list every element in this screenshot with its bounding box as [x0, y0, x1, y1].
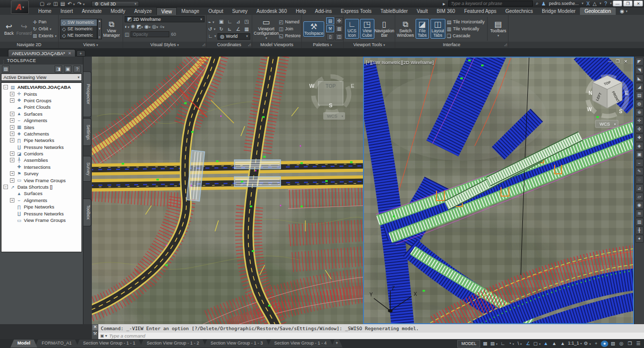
ribbon-tab-annotate[interactable]: Annotate: [77, 7, 106, 15]
redo-icon[interactable]: ↷ ▾: [77, 0, 85, 7]
layout-tab-section-view-group-1-1[interactable]: Section View Group - 1 - 1: [76, 340, 142, 348]
switch-windows-button[interactable]: ⧉Switch Windows: [397, 20, 414, 38]
file-tabs-toggle-button[interactable]: ◪File Tabs: [416, 19, 429, 39]
item-preview-icon[interactable]: ◨: [55, 66, 62, 72]
close-button[interactable]: ✕: [634, 0, 643, 6]
side-toolbar-tool-6-icon[interactable]: ◍: [636, 100, 644, 108]
ucs-grid-tool-4-icon[interactable]: ◳: [243, 18, 250, 25]
tree-item-view-frame-groups[interactable]: ▭View Frame Groups: [1, 217, 81, 223]
palette-tool-5-icon[interactable]: ▯: [326, 33, 334, 40]
layout-tab-section-view-group-1-3[interactable]: Section View Group - 1 - 3: [204, 340, 270, 348]
visual-style-tool-3-icon[interactable]: ◩▾: [137, 23, 143, 30]
ucs-grid-tool-3-icon[interactable]: ⊿: [234, 18, 242, 25]
search-box[interactable]: [448, 0, 533, 6]
tree-item-surfaces[interactable]: +▲Surfaces: [1, 111, 81, 117]
left-viewport-canvas[interactable]: TOP W S E WCS ▾: [92, 57, 363, 324]
side-toolbar-tool-5-icon[interactable]: ▤: [636, 91, 644, 99]
side-toolbar-tool-16-icon[interactable]: ⊿: [636, 184, 644, 192]
tree-item-points[interactable]: +✛Points: [1, 90, 81, 97]
side-toolbar-tool-13-icon[interactable]: ⌣: [636, 159, 644, 167]
tree-item-view-frame-groups[interactable]: +▭View Frame Groups: [1, 177, 81, 183]
expand-icon[interactable]: +: [10, 198, 14, 203]
expand-icon[interactable]: +: [10, 92, 14, 96]
right-viewport-canvas[interactable]: TOP LEFT FRONT N W S E WCS ▾ Z: [363, 57, 634, 324]
expand-icon[interactable]: +: [10, 158, 14, 162]
ortho-mode-icon[interactable]: ∟: [499, 340, 506, 347]
ribbon-tab-home[interactable]: Home: [34, 7, 56, 15]
new-file-icon[interactable]: ▢: [40, 0, 44, 7]
tree-item-point-groups[interactable]: +❖Point Groups: [1, 97, 81, 104]
command-customize-icon[interactable]: ⚒: [93, 331, 97, 336]
view-item-sw-isometric[interactable]: ◇SW Isometric: [61, 19, 97, 26]
annotation-autoscale-icon[interactable]: ▲: [551, 340, 558, 347]
isometric-drafting-icon[interactable]: \ ▾: [516, 340, 523, 347]
view-item-se-isometric[interactable]: ◇SE Isometric: [61, 26, 97, 32]
side-toolbar-tool-7-icon[interactable]: ⊕: [636, 108, 644, 116]
panorama-icon[interactable]: ▣: [64, 66, 72, 72]
panel-label[interactable]: Coordinates◿: [207, 42, 252, 48]
visual-style-tool-1-icon[interactable]: ◐▾: [125, 23, 130, 30]
annotation-visibility-icon[interactable]: ▲: [542, 340, 550, 347]
viewport-controls-label[interactable]: [+][SW Isometric][2D Wireframe]: [366, 60, 433, 65]
cascade-button[interactable]: ❏Cascade: [447, 33, 485, 39]
visual-style-tool-5-icon[interactable]: ◎▾: [152, 23, 158, 30]
navigation-bar-toggle-button[interactable]: ▯Navigation Bar: [375, 20, 393, 38]
toolbars-button[interactable]: ▤Toolbars▾: [490, 20, 506, 38]
isolate-objects-icon[interactable]: ◎: [618, 340, 625, 347]
side-toolbar-tool-21-icon[interactable]: ╂: [636, 226, 644, 234]
undo-icon[interactable]: ↶ ▾: [68, 0, 75, 7]
object-snap-icon[interactable]: ▢ ▾: [533, 340, 541, 347]
layout-tab-formato-a1[interactable]: FORMATO_A1: [35, 340, 78, 348]
search-icon[interactable]: ⌕: [536, 0, 539, 6]
side-toolbar-tool-20-icon[interactable]: ▥: [636, 218, 644, 226]
collapse-icon[interactable]: −: [3, 185, 8, 189]
side-toolbar-tool-15-icon[interactable]: ◌: [636, 176, 644, 184]
visual-style-tool-2-icon[interactable]: ❋: [131, 23, 135, 30]
orbit-button[interactable]: ↻Orbit▾: [33, 26, 57, 32]
command-input[interactable]: ▣ ▾ Type a command: [98, 333, 644, 339]
annotation-scale-icon[interactable]: ▲: [559, 340, 567, 347]
exchange-apps-icon[interactable]: X: [586, 1, 590, 6]
side-toolbar-tool-4-icon[interactable]: ◢: [636, 83, 644, 91]
file-tab-drawing[interactable]: ANELVIARIO.JOAÇABA* ✕: [8, 49, 75, 57]
workspace-icon[interactable]: ⚙ ▾: [583, 340, 591, 347]
close-command-icon[interactable]: ✕: [92, 325, 98, 330]
forward-button[interactable]: ↪Forward: [16, 22, 32, 36]
toolspace-toggle-button[interactable]: ⚒Toolspace: [303, 21, 324, 37]
ribbon-tab-bim-360[interactable]: BIM 360: [432, 7, 459, 15]
tile-horizontally-button[interactable]: ▤Tile Horizontally: [447, 19, 485, 25]
customization-icon[interactable]: +: [592, 340, 600, 347]
side-toolbar-tool-12-icon[interactable]: ▣: [636, 150, 644, 158]
app-logo-icon[interactable]: A▾: [11, 0, 29, 14]
side-toolbar-tool-9-icon[interactable]: ✜: [636, 125, 644, 133]
collapse-icon[interactable]: −: [3, 85, 8, 89]
ribbon-tab-view[interactable]: View: [156, 7, 177, 15]
ribbon-tab-insert[interactable]: Insert: [56, 7, 77, 15]
back-button[interactable]: ↩Back: [1, 22, 16, 36]
help-icon[interactable]: ?: [73, 66, 81, 72]
layout-tab-model[interactable]: Model: [10, 340, 37, 348]
tree-item-pressure-networks[interactable]: ∐Pressure Networks: [1, 144, 81, 150]
view-manager-button[interactable]: ⧉View Manager: [102, 20, 121, 38]
opacity-slider[interactable]: Opacity: [131, 31, 169, 37]
ucs-tool-3-icon[interactable]: ∟▾: [208, 33, 216, 39]
minimize-button[interactable]: —: [613, 0, 622, 6]
tree-item-alignments[interactable]: +⌣Alignments: [1, 197, 81, 204]
panel-label[interactable]: Navigate 2D: [0, 42, 58, 48]
plot-icon[interactable]: ▤: [61, 0, 65, 7]
viewport-window-controls[interactable]: ─ ❐ ✕: [608, 59, 629, 64]
ribbon-tab-bridge-modeler[interactable]: Bridge Modeler: [537, 7, 580, 15]
app-window-icon[interactable]: ❒: [626, 340, 634, 347]
ribbon-tab-record[interactable]: ◉▾: [616, 7, 632, 15]
side-toolbar-tool-18-icon[interactable]: ◉: [636, 201, 644, 209]
view-item-ne-isometric[interactable]: ◇NE Isometric: [61, 32, 97, 39]
status-menu-icon[interactable]: ☰: [635, 340, 642, 347]
restore-viewports-button[interactable]: ◱Restore: [279, 33, 301, 39]
visual-style-tool-6-icon[interactable]: ○▾: [159, 23, 164, 30]
left-viewport[interactable]: TOP W S E WCS ▾: [92, 57, 363, 324]
toolspace-tab-toolbox[interactable]: Toolbox: [83, 199, 91, 226]
ribbon-tab-autodesk-360[interactable]: Autodesk 360: [252, 7, 291, 15]
ribbon-tab-geolocation[interactable]: Geolocation: [580, 7, 615, 15]
osnap-tracking-icon[interactable]: ∠: [524, 340, 532, 347]
ucs-grid-tool-6-icon[interactable]: ⊾: [226, 26, 233, 32]
